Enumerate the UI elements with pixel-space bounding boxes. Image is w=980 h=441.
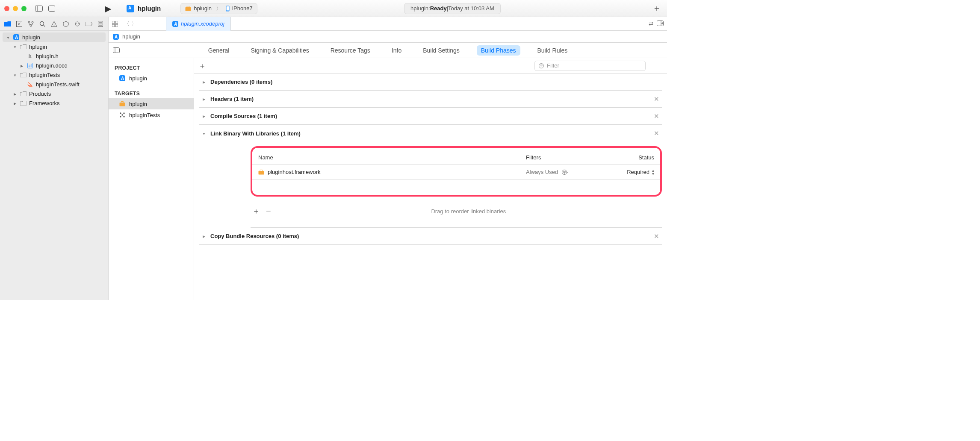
zoom-window-button[interactable]	[21, 6, 27, 11]
disclosure-triangle-icon[interactable]	[20, 63, 24, 68]
svg-rect-28	[112, 21, 115, 24]
disclosure-triangle-icon[interactable]	[202, 97, 206, 101]
editor-open-tab[interactable]: hplugin.xcodeproj	[166, 17, 231, 31]
phase-compile-sources[interactable]: Compile Sources (1 item) ✕	[199, 108, 662, 125]
toggle-targets-pane-icon[interactable]	[113, 47, 120, 53]
tree-folder-products[interactable]: Products	[3, 89, 106, 98]
tab-general[interactable]: General	[204, 45, 234, 56]
remove-phase-button[interactable]: ✕	[654, 112, 659, 120]
tree-root-label: hplugin	[22, 34, 40, 41]
tab-resource-tags[interactable]: Resource Tags	[326, 45, 375, 56]
table-row[interactable]: pluginhost.framework Always Used	[252, 165, 660, 179]
tests-target-icon	[119, 112, 126, 118]
svg-rect-31	[115, 24, 118, 27]
disclosure-triangle-icon[interactable]	[13, 73, 17, 77]
svg-rect-29	[115, 21, 118, 24]
tree-file-header[interactable]: h hplugin.h	[3, 51, 106, 61]
tree-file-swift[interactable]: hpluginTests.swift	[3, 79, 106, 89]
folder-icon	[20, 44, 27, 49]
tree-project-root[interactable]: hplugin	[3, 32, 106, 42]
project-item[interactable]: hplugin	[109, 73, 194, 84]
tree-folder-tests[interactable]: hpluginTests	[3, 70, 106, 79]
related-items-icon[interactable]	[112, 21, 121, 27]
disclosure-triangle-icon[interactable]	[13, 44, 17, 49]
svg-rect-30	[112, 24, 115, 27]
disclosure-triangle-icon[interactable]	[13, 101, 17, 106]
breadcrumb-bar[interactable]: hplugin	[109, 31, 667, 43]
toggle-navigator-icon[interactable]	[34, 4, 44, 13]
svg-point-44	[121, 114, 123, 115]
project-section-header: PROJECT	[109, 63, 194, 73]
tab-build-rules[interactable]: Build Rules	[533, 45, 572, 56]
xcodeproj-icon	[113, 34, 119, 40]
disclosure-triangle-icon[interactable]	[13, 91, 17, 96]
source-control-navigator-tab[interactable]	[15, 21, 24, 27]
build-phases-panel: ＋ Filter Dependencies (0 items) Headers …	[194, 58, 667, 300]
debug-navigator-tab[interactable]	[73, 21, 82, 26]
phase-headers[interactable]: Headers (1 item) ✕	[199, 91, 662, 108]
svg-point-40	[120, 112, 121, 114]
disclosure-triangle-icon[interactable]	[202, 114, 206, 118]
add-editor-button[interactable]: ＋	[647, 3, 663, 14]
column-header-name: Name	[258, 154, 526, 161]
phase-link-binary[interactable]: Link Binary With Libraries (1 item) ✕	[199, 125, 662, 142]
target-item-tests[interactable]: hpluginTests	[109, 109, 194, 121]
tree-docc[interactable]: hplugin.docc	[3, 61, 106, 70]
tab-signing[interactable]: Signing & Capabilities	[246, 45, 313, 56]
disclosure-triangle-icon[interactable]	[6, 35, 10, 40]
add-assistant-editor-icon[interactable]	[657, 21, 664, 27]
tab-build-settings[interactable]: Build Settings	[419, 45, 464, 56]
remove-phase-button[interactable]: ✕	[654, 95, 659, 103]
filters-menu-button[interactable]	[561, 169, 569, 175]
svg-rect-50	[260, 170, 263, 171]
test-navigator-tab[interactable]	[61, 21, 71, 27]
remove-phase-button[interactable]: ✕	[654, 232, 659, 240]
breakpoint-navigator-tab[interactable]	[84, 22, 94, 26]
phase-dependencies[interactable]: Dependencies (0 items)	[199, 74, 662, 91]
find-navigator-tab[interactable]	[38, 21, 47, 27]
phase-copy-bundle[interactable]: Copy Bundle Resources (0 items) ✕	[199, 228, 662, 245]
phase-title: Link Binary With Libraries (1 item)	[210, 130, 301, 137]
editor-options-icon[interactable]: ⇄	[649, 21, 653, 27]
issue-navigator-tab[interactable]	[49, 21, 59, 27]
svg-line-14	[44, 25, 45, 26]
tree-folder-hplugin[interactable]: hplugin	[3, 42, 106, 51]
symbol-navigator-tab[interactable]	[26, 21, 35, 27]
library-icon[interactable]	[47, 4, 56, 13]
tree-folder-frameworks[interactable]: Frameworks	[3, 98, 106, 108]
close-window-button[interactable]	[4, 6, 9, 11]
status-time: Today at 10:03 AM	[448, 5, 494, 12]
tree-item-label: hplugin	[29, 44, 47, 50]
project-navigator-tab[interactable]	[3, 21, 12, 26]
run-button[interactable]: ▶	[102, 4, 114, 13]
report-navigator-tab[interactable]	[96, 21, 105, 27]
disclosure-triangle-icon[interactable]	[202, 234, 206, 238]
disclosure-triangle-icon[interactable]	[202, 131, 206, 136]
tab-info[interactable]: Info	[387, 45, 406, 56]
linked-libraries-footer: ＋ − Drag to reorder linked binaries	[251, 203, 662, 228]
svg-point-19	[78, 23, 79, 24]
minimize-window-button[interactable]	[13, 6, 18, 11]
highlight-box: Name Filters Status plugin	[251, 146, 662, 197]
scheme-device-label: iPhone7	[232, 5, 253, 12]
device-icon	[226, 6, 230, 12]
xcodeproj-icon	[13, 34, 20, 40]
svg-point-10	[28, 21, 30, 23]
library-status-selector[interactable]: Required ▴▾	[590, 169, 654, 176]
target-item-hplugin[interactable]: hplugin	[109, 98, 194, 109]
remove-phase-button[interactable]: ✕	[654, 129, 659, 137]
tree-item-label: Frameworks	[29, 100, 60, 106]
phases-filter-input[interactable]: Filter	[534, 61, 646, 71]
svg-rect-27	[31, 64, 32, 68]
svg-point-13	[40, 21, 44, 25]
remove-library-button[interactable]: −	[266, 206, 271, 216]
nav-back-button[interactable]: 〈	[124, 20, 130, 28]
scheme-selector[interactable]: hplugin 〉 iPhone7	[180, 3, 257, 14]
nav-forward-button[interactable]: 〉	[131, 20, 137, 28]
tab-build-phases[interactable]: Build Phases	[477, 45, 520, 56]
add-phase-button[interactable]: ＋	[198, 61, 206, 71]
filter-icon	[538, 63, 544, 69]
add-library-button[interactable]: ＋	[252, 206, 260, 216]
disclosure-triangle-icon[interactable]	[202, 79, 206, 84]
svg-point-16	[54, 25, 55, 26]
